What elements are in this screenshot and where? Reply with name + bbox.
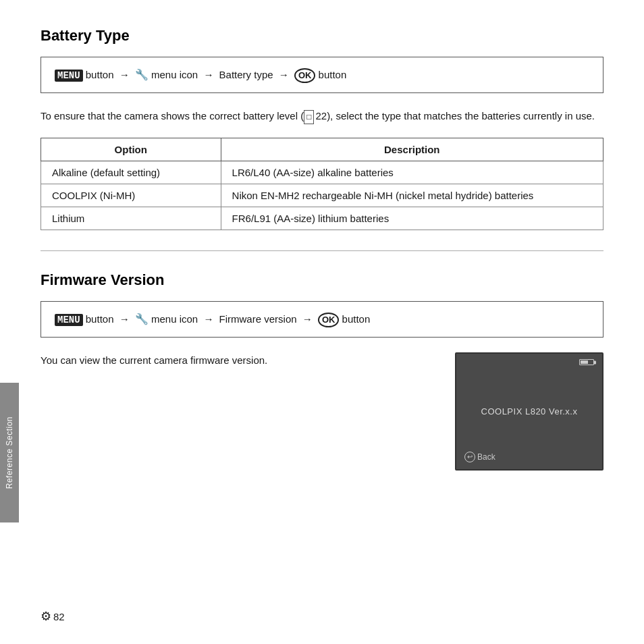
back-circle-icon: ↩ (464, 452, 475, 462)
table-col-description-header: Description (221, 138, 603, 161)
arrow-2: → (203, 69, 213, 80)
firmware-body: You can view the current camera firmware… (41, 352, 603, 471)
firmware-title: Firmware Version (41, 271, 603, 289)
table-cell-option-0: Alkaline (default setting) (41, 161, 221, 184)
page-number: 82 (53, 611, 65, 622)
camera-model-text: COOLPIX L820 Ver.x.x (481, 406, 578, 417)
battery-menu-path-box: MENU button → 🔧 menu icon → Battery type… (41, 57, 603, 93)
footer-icon: ⚙ (41, 609, 51, 624)
menu-path-part3: button (315, 69, 346, 80)
battery-type-section: Battery Type MENU button → 🔧 menu icon →… (41, 27, 603, 230)
firmware-menu-part1: button (83, 313, 117, 325)
firmware-menu-part2: menu icon (149, 313, 201, 325)
menu-keyword-2: MENU (55, 314, 83, 326)
battery-fill (581, 360, 588, 364)
table-cell-description-0: LR6/L40 (AA-size) alkaline batteries (221, 161, 603, 184)
battery-table: Option Description Alkaline (default set… (41, 138, 603, 230)
table-cell-description-1: Nikon EN-MH2 rechargeable Ni-MH (nickel … (221, 184, 603, 207)
table-col-option-header: Option (41, 138, 221, 161)
wrench-icon-2: 🔧 (135, 313, 149, 325)
battery-type-title: Battery Type (41, 27, 603, 45)
table-row: LithiumFR6/L91 (AA-size) lithium batteri… (41, 207, 603, 230)
menu-keyword-1: MENU (55, 70, 83, 82)
battery-indicator (579, 359, 594, 365)
ok-button-2: OK (318, 313, 340, 327)
arrow-4: → (119, 313, 130, 325)
camera-screen-inner: COOLPIX L820 Ver.x.x ↩ Back (456, 354, 602, 469)
battery-type-label: Battery type (219, 69, 273, 80)
side-tab-label: Reference Section (5, 417, 14, 489)
arrow-3: → (279, 69, 289, 80)
page-content: Battery Type MENU button → 🔧 menu icon →… (0, 0, 644, 498)
wrench-icon-1: 🔧 (135, 69, 149, 80)
menu-path-part2: menu icon (149, 69, 201, 80)
side-tab: Reference Section (0, 383, 19, 522)
page-footer: ⚙ 82 (41, 609, 65, 624)
firmware-version-label: Firmware version (219, 313, 297, 325)
firmware-menu-path-box: MENU button → 🔧 menu icon → Firmware ver… (41, 301, 603, 338)
firmware-section: Firmware Version MENU button → 🔧 menu ic… (41, 271, 603, 471)
camera-back-button: ↩ Back (464, 452, 495, 462)
table-cell-option-2: Lithium (41, 207, 221, 230)
table-cell-option-1: COOLPIX (Ni-MH) (41, 184, 221, 207)
table-row: Alkaline (default setting)LR6/L40 (AA-si… (41, 161, 603, 184)
camera-screen-mockup: COOLPIX L820 Ver.x.x ↩ Back (455, 352, 603, 471)
arrow-5: → (203, 313, 213, 325)
battery-bar (579, 359, 594, 365)
table-cell-description-2: FR6/L91 (AA-size) lithium batteries (221, 207, 603, 230)
back-label: Back (477, 452, 495, 462)
table-row: COOLPIX (Ni-MH)Nikon EN-MH2 rechargeable… (41, 184, 603, 207)
arrow-1: → (119, 69, 130, 80)
menu-path-part1: button (83, 69, 117, 80)
ok-button-1: OK (294, 68, 316, 83)
battery-description: To ensure that the camera shows the corr… (41, 108, 603, 124)
arrow-6: → (302, 313, 313, 325)
section-divider (41, 250, 603, 251)
firmware-description: You can view the current camera firmware… (41, 352, 435, 369)
firmware-menu-part3: button (339, 313, 370, 325)
book-ref: □ (304, 110, 314, 124)
